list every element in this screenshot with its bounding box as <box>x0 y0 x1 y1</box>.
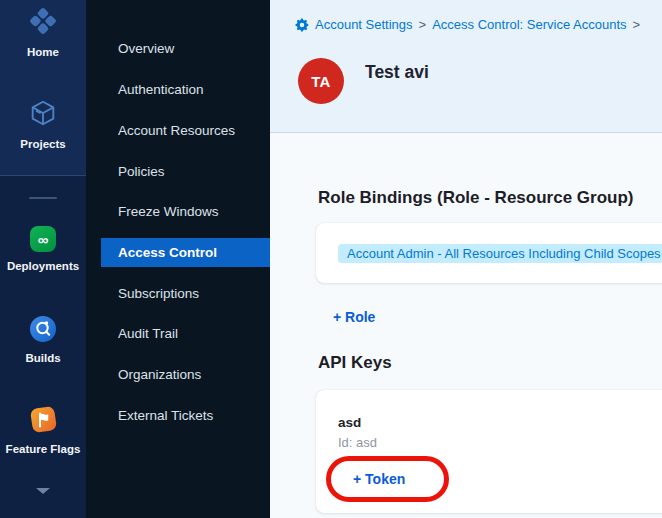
gear-icon[interactable] <box>295 18 309 32</box>
settings-nav-authentication[interactable]: Authentication <box>101 75 270 104</box>
settings-nav-policies[interactable]: Policies <box>101 157 270 186</box>
settings-nav-overview[interactable]: Overview <box>101 34 270 63</box>
add-token-button[interactable]: + Token <box>353 471 405 487</box>
page-header: Account Settings > Access Control: Servi… <box>270 0 662 133</box>
role-bindings-card: Account Admin - All Resources Including … <box>316 223 662 283</box>
api-key-name[interactable]: asd <box>338 415 361 430</box>
settings-nav-organizations[interactable]: Organizations <box>101 360 270 389</box>
avatar: TA <box>298 58 344 104</box>
settings-nav-subscriptions[interactable]: Subscriptions <box>101 279 270 308</box>
breadcrumb-separator: > <box>419 17 427 32</box>
role-binding-badge[interactable]: Account Admin - All Resources Including … <box>338 244 662 263</box>
nav-deployments-label: Deployments <box>7 260 79 272</box>
settings-nav-account-resources[interactable]: Account Resources <box>101 116 270 145</box>
nav-builds[interactable]: Builds <box>0 316 86 364</box>
chevron-down-icon[interactable] <box>36 488 50 494</box>
breadcrumb-access-control-service-accounts[interactable]: Access Control: Service Accounts <box>432 17 626 32</box>
nav-feature-flags[interactable]: Feature Flags <box>0 406 86 455</box>
role-bindings-title: Role Bindings (Role - Resource Group) <box>318 188 633 208</box>
settings-nav-audit-trail[interactable]: Audit Trail <box>101 319 270 348</box>
settings-nav-freeze-windows[interactable]: Freeze Windows <box>101 197 270 226</box>
nav-projects[interactable]: Projects <box>0 98 86 150</box>
deployments-infinity-icon: ∞ <box>30 226 56 252</box>
harness-home-icon <box>28 6 58 38</box>
feature-flags-icon <box>30 406 57 435</box>
api-keys-title: API Keys <box>318 353 392 373</box>
role-binding-badges: Account Admin - All Resources Including … <box>338 244 662 263</box>
nav-home-label: Home <box>27 46 59 58</box>
nav-feature-flags-label: Feature Flags <box>6 443 81 455</box>
main-content: Account Settings > Access Control: Servi… <box>270 0 662 518</box>
settings-nav-external-tickets[interactable]: External Tickets <box>101 401 270 430</box>
settings-nav-access-control[interactable]: Access Control <box>101 238 270 267</box>
rail-divider <box>29 197 57 199</box>
builds-icon <box>30 316 56 344</box>
api-key-card: asd Id: asd + Token <box>316 390 662 513</box>
nav-home[interactable]: Home <box>0 6 86 58</box>
breadcrumb-account-settings[interactable]: Account Settings <box>315 17 413 32</box>
breadcrumb: Account Settings > Access Control: Servi… <box>295 17 640 32</box>
api-key-id: Id: asd <box>338 435 377 450</box>
nav-deployments[interactable]: ∞ Deployments <box>0 226 86 272</box>
module-rail: Home Projects ∞ Deployments <box>0 0 86 518</box>
service-account-name: Test avi <box>365 62 429 83</box>
nav-projects-label: Projects <box>20 138 65 150</box>
add-role-button[interactable]: + Role <box>333 309 375 325</box>
breadcrumb-separator: > <box>633 17 641 32</box>
projects-cube-icon <box>28 98 58 130</box>
nav-builds-label: Builds <box>25 352 60 364</box>
account-settings-nav: Overview Authentication Account Resource… <box>86 0 270 518</box>
